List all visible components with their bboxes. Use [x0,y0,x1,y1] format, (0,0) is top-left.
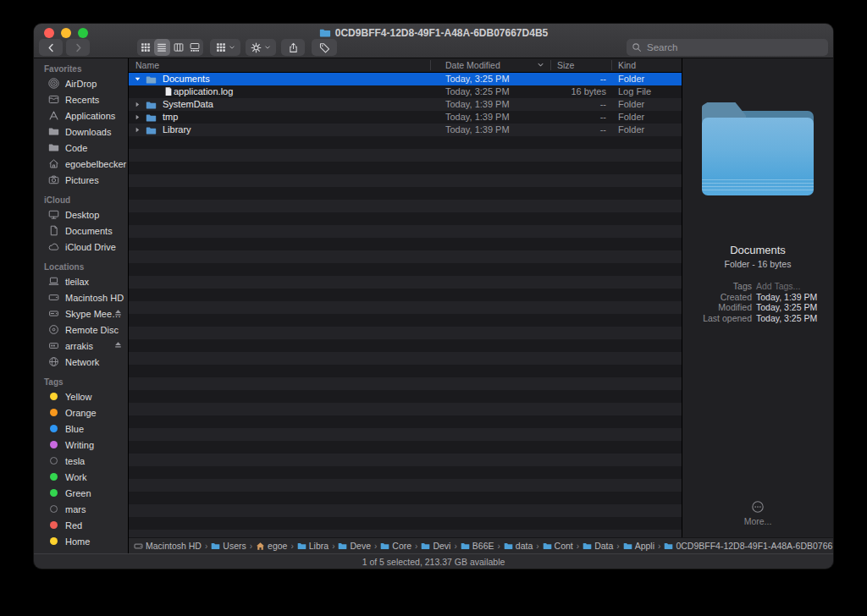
add-tags-field[interactable]: Add Tags... [756,281,800,292]
folder-icon [146,74,157,85]
sidebar-tag-orange[interactable]: Orange [34,404,128,421]
sidebar-item-recents[interactable]: Recents [34,91,128,107]
path-item-data[interactable]: data [504,541,533,551]
sidebar-item-pictures[interactable]: Pictures [34,172,128,188]
icon-view-button[interactable] [137,39,154,56]
folder-icon [461,542,470,551]
zoom-button[interactable] [78,28,88,38]
path-item-coresimulator[interactable]: Core [380,541,411,551]
sidebar-item-network[interactable]: Network [34,354,128,370]
back-button[interactable] [39,39,63,56]
metadata-row-tags: Tags Add Tags... [682,281,833,292]
sidebar-tag-writing[interactable]: Writing [34,437,128,453]
disclosure-collapsed-icon[interactable] [134,113,141,121]
eject-icon[interactable] [113,340,123,349]
column-header-size[interactable]: Size [557,60,574,70]
file-row-library[interactable]: Library Today, 1:39 PM -- Folder [129,124,682,136]
column-view-button[interactable] [170,39,187,56]
minimize-button[interactable] [61,28,71,38]
column-header-name[interactable]: Name [135,60,159,70]
path-label: Data [594,541,613,551]
file-row-documents[interactable]: Documents Today, 3:25 PM -- Folder [129,73,682,85]
path-separator: › [250,542,252,551]
sidebar-tag-mars[interactable]: mars [34,501,128,517]
sidebar-tag-green[interactable]: Green [34,485,128,501]
sidebar-item-label: Documents [65,226,113,236]
folder-icon [664,542,673,551]
path-item-device-id[interactable]: B66E [461,541,494,551]
path-item-data2[interactable]: Data [583,541,613,551]
sidebar-item-documents[interactable]: Documents [34,223,128,239]
sidebar-item-label: tleilax [65,277,89,287]
folder-icon [504,542,513,551]
disclosure-collapsed-icon[interactable] [134,101,141,108]
sidebar-tag-home[interactable]: Home [34,533,128,549]
sidebar-tag-blue[interactable]: Blue [34,421,128,437]
path-item-containers[interactable]: Cont [543,541,573,551]
path-item-uuid[interactable]: 0CD9BFF4-12D8-49F1-A48A-6DB07667D4B5 [664,541,833,551]
path-item-application[interactable]: Appli [623,541,654,551]
path-item-library[interactable]: Libra [297,541,329,551]
sidebar-tag-work[interactable]: Work [34,469,128,485]
sidebar-item-label: Green [65,488,91,498]
forward-button[interactable] [66,39,90,56]
file-size: -- [550,124,606,135]
sidebar-item-macintosh-hd[interactable]: Macintosh HD [34,289,128,305]
sidebar-item-arrakis[interactable]: arrakis [34,338,128,354]
file-row-tmp[interactable]: tmp Today, 1:39 PM -- Folder [129,111,682,124]
column-header-date-modified[interactable]: Date Modified [445,60,500,70]
sidebar-item-label: mars [65,504,86,514]
search-input[interactable] [645,41,823,53]
column-divider[interactable] [611,60,612,70]
sidebar-item-tleilax[interactable]: tleilax [34,273,128,289]
sidebar-item-airdrop[interactable]: AirDrop [34,75,128,91]
sidebar-item-remote-disc[interactable]: Remote Disc [34,322,128,338]
action-button[interactable] [246,39,276,56]
folder-icon [146,125,157,136]
metadata-row-created: Created Today, 1:39 PM [682,292,833,303]
eject-icon[interactable] [113,308,123,317]
close-button[interactable] [44,28,54,38]
gallery-view-button[interactable] [187,39,204,56]
path-item-users[interactable]: Users [211,541,246,551]
column-header-kind[interactable]: Kind [618,60,636,70]
sidebar-tag-wotw[interactable]: WOTW [34,549,128,553]
metadata-row-modified: Modified Today, 3:25 PM [682,302,833,313]
sidebar-item-icloud-drive[interactable]: iCloud Drive [34,239,128,255]
column-divider[interactable] [550,60,551,70]
share-button[interactable] [281,39,305,56]
sidebar-item-desktop[interactable]: Desktop [34,206,128,223]
column-divider[interactable] [430,60,431,70]
tag-dot-icon [47,473,60,481]
sidebar-item-code[interactable]: Code [34,140,128,156]
path-item-home[interactable]: egoe [256,541,287,551]
sidebar-item-applications[interactable]: Applications [34,107,128,124]
ellipsis-circle-icon [682,500,833,514]
search-field[interactable] [627,39,828,56]
path-item-macintosh-hd[interactable]: Macintosh HD [134,541,202,551]
path-label: Devi [433,541,450,551]
more-button[interactable]: More... [682,500,833,526]
path-separator: › [658,542,660,551]
disclosure-expanded-icon[interactable] [134,75,141,83]
path-item-devices[interactable]: Devi [421,541,450,551]
file-row-application-log[interactable]: application.log Today, 3:25 PM 16 bytes … [129,85,682,98]
sidebar-item-skype-meetings[interactable]: Skype Mee… [34,305,128,322]
search-icon [632,42,642,52]
file-icon [163,86,174,96]
file-kind: Folder [618,124,644,135]
list-view-button[interactable] [154,39,171,56]
disclosure-collapsed-icon[interactable] [134,126,141,134]
path-label: Libra [309,541,329,551]
status-bar: 1 of 5 selected, 213.37 GB available [34,553,833,569]
tags-button[interactable] [312,39,337,56]
sidebar-tag-yellow[interactable]: Yellow [34,388,128,404]
sidebar-tag-red[interactable]: Red [34,517,128,533]
path-separator: › [497,542,500,551]
sidebar-item-egoebelbecker[interactable]: egoebelbecker [34,156,128,172]
sidebar-tag-tesla[interactable]: tesla [34,453,128,469]
file-row-systemdata[interactable]: SystemData Today, 1:39 PM -- Folder [129,98,682,111]
sidebar-item-downloads[interactable]: Downloads [34,124,128,140]
group-button[interactable] [210,39,240,56]
path-item-developer[interactable]: Deve [338,541,371,551]
